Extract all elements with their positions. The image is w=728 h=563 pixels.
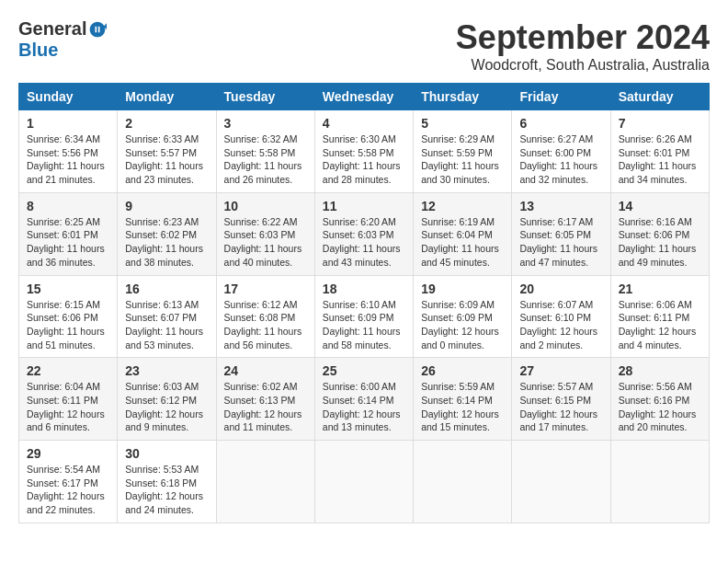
day-detail: Sunrise: 6:20 AMSunset: 6:03 PMDaylight:… (323, 215, 405, 270)
calendar-cell: 30 Sunrise: 5:53 AMSunset: 6:18 PMDaylig… (118, 441, 216, 523)
day-number: 5 (421, 116, 504, 131)
day-detail: Sunrise: 6:10 AMSunset: 6:09 PMDaylight:… (323, 298, 405, 352)
logo-general-text: General (18, 18, 86, 40)
header-day-friday: Friday (512, 84, 610, 110)
calendar-table: SundayMondayTuesdayWednesdayThursdayFrid… (18, 83, 710, 523)
day-detail: Sunrise: 6:30 AMSunset: 5:58 PMDaylight:… (323, 132, 405, 187)
day-detail: Sunrise: 6:23 AMSunset: 6:02 PMDaylight:… (125, 215, 208, 270)
day-detail: Sunrise: 6:03 AMSunset: 6:12 PMDaylight:… (125, 380, 208, 434)
day-number: 19 (421, 282, 504, 296)
calendar-cell (512, 441, 610, 523)
calendar-week-1: 1 Sunrise: 6:34 AMSunset: 5:56 PMDayligh… (19, 110, 710, 193)
day-detail: Sunrise: 6:04 AMSunset: 6:11 PMDaylight:… (27, 380, 109, 434)
header-day-tuesday: Tuesday (216, 84, 314, 110)
day-detail: Sunrise: 5:56 AMSunset: 6:16 PMDaylight:… (619, 380, 701, 434)
header-row: SundayMondayTuesdayWednesdayThursdayFrid… (19, 84, 710, 110)
day-number: 13 (519, 199, 602, 213)
header-day-thursday: Thursday (414, 84, 512, 110)
calendar-cell: 10 Sunrise: 6:22 AMSunset: 6:03 PMDaylig… (216, 192, 314, 275)
day-detail: Sunrise: 6:25 AMSunset: 6:01 PMDaylight:… (27, 215, 109, 270)
day-number: 29 (27, 446, 109, 461)
day-number: 12 (421, 199, 504, 213)
calendar-cell: 22 Sunrise: 6:04 AMSunset: 6:11 PMDaylig… (19, 358, 118, 441)
calendar-cell: 19 Sunrise: 6:09 AMSunset: 6:09 PMDaylig… (414, 275, 512, 358)
day-detail: Sunrise: 6:09 AMSunset: 6:09 PMDaylight:… (421, 298, 504, 352)
day-detail: Sunrise: 6:34 AMSunset: 5:56 PMDaylight:… (27, 132, 109, 187)
calendar-cell: 18 Sunrise: 6:10 AMSunset: 6:09 PMDaylig… (314, 275, 413, 358)
logo: General Blue (18, 18, 107, 61)
calendar-cell: 24 Sunrise: 6:02 AMSunset: 6:13 PMDaylig… (216, 358, 314, 441)
header-day-sunday: Sunday (19, 84, 118, 110)
calendar-cell: 9 Sunrise: 6:23 AMSunset: 6:02 PMDayligh… (118, 192, 216, 275)
calendar-week-4: 22 Sunrise: 6:04 AMSunset: 6:11 PMDaylig… (19, 358, 710, 441)
day-number: 9 (125, 199, 208, 213)
day-detail: Sunrise: 6:29 AMSunset: 5:59 PMDaylight:… (421, 132, 504, 187)
title-section: September 2024 Woodcroft, South Australi… (456, 18, 710, 74)
day-detail: Sunrise: 6:26 AMSunset: 6:01 PMDaylight:… (619, 132, 701, 187)
day-detail: Sunrise: 6:15 AMSunset: 6:06 PMDaylight:… (27, 298, 109, 352)
calendar-cell: 1 Sunrise: 6:34 AMSunset: 5:56 PMDayligh… (19, 110, 118, 193)
day-number: 3 (224, 116, 307, 131)
calendar-cell: 29 Sunrise: 5:54 AMSunset: 6:17 PMDaylig… (19, 441, 118, 523)
day-detail: Sunrise: 5:59 AMSunset: 6:14 PMDaylight:… (421, 380, 504, 434)
day-detail: Sunrise: 6:06 AMSunset: 6:11 PMDaylight:… (619, 298, 701, 352)
day-number: 28 (619, 363, 701, 378)
header-day-wednesday: Wednesday (314, 84, 413, 110)
calendar-cell: 3 Sunrise: 6:32 AMSunset: 5:58 PMDayligh… (216, 110, 314, 193)
day-number: 4 (323, 116, 405, 131)
calendar-body: 1 Sunrise: 6:34 AMSunset: 5:56 PMDayligh… (19, 110, 710, 523)
calendar-cell: 26 Sunrise: 5:59 AMSunset: 6:14 PMDaylig… (414, 358, 512, 441)
day-detail: Sunrise: 5:54 AMSunset: 6:17 PMDaylight:… (27, 463, 109, 517)
calendar-week-2: 8 Sunrise: 6:25 AMSunset: 6:01 PMDayligh… (19, 192, 710, 275)
day-number: 23 (125, 363, 208, 378)
day-detail: Sunrise: 6:17 AMSunset: 6:05 PMDaylight:… (519, 215, 602, 270)
calendar-cell: 17 Sunrise: 6:12 AMSunset: 6:08 PMDaylig… (216, 275, 314, 358)
calendar-cell: 14 Sunrise: 6:16 AMSunset: 6:06 PMDaylig… (610, 192, 709, 275)
header: General Blue September 2024 Woodcroft, S… (18, 18, 710, 74)
calendar-title: September 2024 (456, 18, 710, 57)
day-detail: Sunrise: 6:13 AMSunset: 6:07 PMDaylight:… (125, 298, 208, 352)
day-detail: Sunrise: 6:12 AMSunset: 6:08 PMDaylight:… (224, 298, 307, 352)
calendar-header: SundayMondayTuesdayWednesdayThursdayFrid… (19, 84, 710, 110)
calendar-week-5: 29 Sunrise: 5:54 AMSunset: 6:17 PMDaylig… (19, 441, 710, 523)
day-detail: Sunrise: 6:32 AMSunset: 5:58 PMDaylight:… (224, 132, 307, 187)
day-number: 17 (224, 282, 307, 296)
calendar-subtitle: Woodcroft, South Australia, Australia (456, 57, 710, 74)
day-number: 21 (619, 282, 701, 296)
day-number: 14 (619, 199, 701, 213)
calendar-cell: 5 Sunrise: 6:29 AMSunset: 5:59 PMDayligh… (414, 110, 512, 193)
day-detail: Sunrise: 5:53 AMSunset: 6:18 PMDaylight:… (125, 463, 208, 517)
calendar-cell: 4 Sunrise: 6:30 AMSunset: 5:58 PMDayligh… (314, 110, 413, 193)
logo-icon (88, 20, 107, 39)
day-number: 2 (125, 116, 208, 131)
calendar-cell: 25 Sunrise: 6:00 AMSunset: 6:14 PMDaylig… (314, 358, 413, 441)
calendar-cell: 16 Sunrise: 6:13 AMSunset: 6:07 PMDaylig… (118, 275, 216, 358)
calendar-cell: 15 Sunrise: 6:15 AMSunset: 6:06 PMDaylig… (19, 275, 118, 358)
calendar-cell: 8 Sunrise: 6:25 AMSunset: 6:01 PMDayligh… (19, 192, 118, 275)
day-number: 30 (125, 446, 208, 461)
calendar-cell: 7 Sunrise: 6:26 AMSunset: 6:01 PMDayligh… (610, 110, 709, 193)
day-number: 8 (27, 199, 109, 213)
day-number: 27 (519, 363, 602, 378)
day-number: 15 (27, 282, 109, 296)
day-number: 1 (27, 116, 109, 131)
calendar-cell: 20 Sunrise: 6:07 AMSunset: 6:10 PMDaylig… (512, 275, 610, 358)
calendar-cell: 28 Sunrise: 5:56 AMSunset: 6:16 PMDaylig… (610, 358, 709, 441)
header-day-saturday: Saturday (610, 84, 709, 110)
calendar-cell: 12 Sunrise: 6:19 AMSunset: 6:04 PMDaylig… (414, 192, 512, 275)
day-detail: Sunrise: 5:57 AMSunset: 6:15 PMDaylight:… (519, 380, 602, 434)
calendar-cell (216, 441, 314, 523)
calendar-cell: 11 Sunrise: 6:20 AMSunset: 6:03 PMDaylig… (314, 192, 413, 275)
calendar-cell: 23 Sunrise: 6:03 AMSunset: 6:12 PMDaylig… (118, 358, 216, 441)
header-day-monday: Monday (118, 84, 216, 110)
day-detail: Sunrise: 6:19 AMSunset: 6:04 PMDaylight:… (421, 215, 504, 270)
logo-blue-text: Blue (18, 40, 58, 61)
calendar-cell (314, 441, 413, 523)
day-detail: Sunrise: 6:22 AMSunset: 6:03 PMDaylight:… (224, 215, 307, 270)
day-detail: Sunrise: 6:07 AMSunset: 6:10 PMDaylight:… (519, 298, 602, 352)
day-detail: Sunrise: 6:27 AMSunset: 6:00 PMDaylight:… (519, 132, 602, 187)
day-number: 16 (125, 282, 208, 296)
day-number: 24 (224, 363, 307, 378)
day-number: 6 (519, 116, 602, 131)
day-detail: Sunrise: 6:16 AMSunset: 6:06 PMDaylight:… (619, 215, 701, 270)
